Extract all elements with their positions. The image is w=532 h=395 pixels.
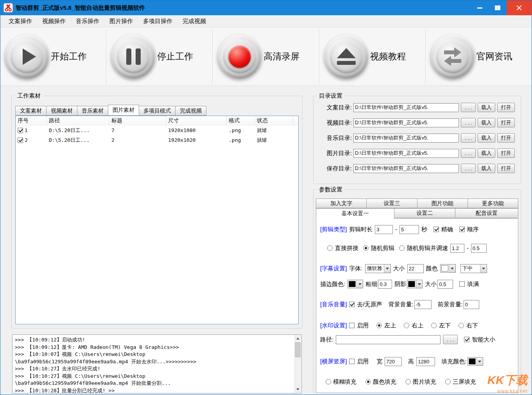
tab-text-material[interactable]: 文案素材 — [15, 106, 46, 116]
scroll-up-icon[interactable] — [295, 335, 301, 342]
stop-work-button[interactable]: 停止工作 — [107, 27, 212, 86]
browse-button[interactable]: . . . — [461, 118, 476, 127]
watermark-browse-button[interactable]: . . . — [443, 335, 458, 344]
col-size[interactable]: 尺寸 — [166, 116, 227, 125]
tab-more-functions[interactable]: 更多功能 — [468, 198, 518, 208]
font-color-select[interactable] — [440, 264, 456, 273]
open-button[interactable]: 打开 — [497, 133, 515, 143]
tab-image-functions[interactable]: 图片功能 — [417, 198, 468, 208]
tab-video-material[interactable]: 视频素材 — [46, 106, 77, 116]
fill-color-select[interactable] — [468, 357, 483, 366]
mute-checkbox[interactable] — [349, 302, 355, 307]
load-button[interactable]: 载入 — [478, 103, 495, 112]
random-clip-radio[interactable] — [363, 245, 369, 251]
menu-finished-video[interactable]: 完成视频 — [177, 16, 211, 27]
speed-min-input[interactable] — [450, 244, 464, 253]
minimize-button[interactable] — [471, 0, 489, 15]
direct-join-radio[interactable] — [327, 245, 333, 251]
shadow-color-select[interactable] — [407, 280, 423, 288]
open-button[interactable]: 打开 — [497, 118, 515, 127]
menu-multi-project-ops[interactable]: 多项目操作 — [138, 16, 177, 27]
wm-bottom-right-radio[interactable] — [459, 323, 464, 328]
clip-duration-min-input[interactable] — [375, 225, 393, 234]
tab-settings-three[interactable]: 设置三 — [366, 198, 417, 208]
open-button[interactable]: 打开 — [497, 148, 515, 158]
screen-width-input[interactable] — [385, 357, 402, 366]
browse-button[interactable]: . . . — [461, 103, 476, 112]
color-fill-radio[interactable] — [365, 379, 371, 384]
stroke-color-select[interactable] — [348, 280, 363, 288]
tab-add-text[interactable]: 加入文字 — [316, 198, 366, 208]
maximize-button[interactable] — [489, 0, 507, 15]
load-button[interactable]: 载入 — [478, 133, 495, 143]
wm-top-right-radio[interactable] — [404, 323, 409, 328]
speed-max-input[interactable] — [471, 244, 487, 253]
smart-size-checkbox[interactable] — [464, 337, 469, 342]
screen-height-input[interactable] — [416, 357, 435, 366]
shadow-size-input[interactable] — [437, 280, 453, 289]
record-screen-button[interactable]: 高清录屏 — [213, 27, 319, 86]
tab-music-material[interactable]: 音乐素材 — [77, 106, 108, 116]
watermark-path-input[interactable] — [336, 335, 441, 344]
clip-duration-max-input[interactable] — [399, 225, 419, 234]
image-directory-input[interactable] — [353, 149, 459, 158]
log-output[interactable]: >>> 【10:09:12】启动成功! >>> 【10:09:12】显卡: AM… — [12, 334, 302, 393]
music-directory-input[interactable] — [353, 134, 459, 143]
save-directory-input[interactable] — [353, 164, 459, 173]
col-index[interactable]: 序号 — [16, 116, 47, 125]
col-status[interactable]: 状态 — [255, 116, 293, 125]
watermark-enable-checkbox[interactable] — [349, 323, 355, 328]
text-directory-input[interactable] — [353, 103, 459, 112]
menu-image-ops[interactable]: 图片操作 — [104, 16, 138, 27]
image-fill-radio[interactable] — [405, 379, 411, 384]
log-scrollbar[interactable] — [294, 335, 301, 393]
screen-enable-checkbox[interactable] — [349, 359, 355, 364]
wm-bottom-left-radio[interactable] — [431, 323, 437, 328]
fill-checkbox[interactable] — [459, 281, 465, 287]
row-checkbox[interactable] — [18, 128, 23, 133]
table-row[interactable]: 1 D:\5.20日工... 7 1920x1080 .png 就绪 — [16, 125, 298, 135]
tab-image-material[interactable]: 图片素材 — [108, 105, 139, 116]
accurate-checkbox[interactable] — [433, 227, 439, 232]
blur-fill-radio[interactable] — [326, 379, 331, 384]
close-button[interactable] — [507, 0, 532, 15]
fg-volume-input[interactable] — [464, 300, 479, 309]
random-speed-radio[interactable] — [399, 245, 405, 251]
tab-basic-settings-one[interactable]: 基本设置一 — [316, 208, 394, 219]
load-button[interactable]: 载入 — [478, 164, 495, 173]
menu-video-ops[interactable]: 视频操作 — [37, 16, 71, 27]
tab-multi-project-mode[interactable]: 多项目模式 — [139, 106, 175, 116]
three-screen-fill-radio[interactable] — [445, 379, 451, 384]
fill-color-label: 填充颜色: — [441, 358, 466, 365]
table-row[interactable]: 2 D:\5.20日工... 2 1920x1020 .png 就绪 — [16, 135, 298, 145]
col-format[interactable]: 格式 — [227, 116, 255, 125]
col-path[interactable]: 路径 — [47, 116, 109, 125]
video-tutorial-button[interactable]: 视频教程 — [320, 27, 425, 86]
browse-button[interactable]: . . . — [461, 148, 476, 158]
open-button[interactable]: 打开 — [497, 164, 515, 173]
menu-music-ops[interactable]: 音乐操作 — [71, 16, 104, 27]
browse-button[interactable]: . . . — [461, 164, 476, 173]
bg-volume-input[interactable] — [414, 300, 432, 309]
load-button[interactable]: 载入 — [478, 118, 495, 127]
tab-voice-settings[interactable]: 配音设置 — [455, 208, 518, 218]
col-title[interactable]: 标题 — [109, 116, 166, 125]
menu-text-ops[interactable]: 文案操作 — [4, 16, 37, 27]
load-button[interactable]: 载入 — [478, 148, 495, 158]
start-work-button[interactable]: 开始工作 — [0, 27, 106, 86]
wm-top-left-radio[interactable] — [376, 323, 382, 328]
tab-settings-two[interactable]: 设置二 — [394, 208, 455, 218]
tab-finished-video[interactable]: 完成视频 — [175, 106, 206, 116]
font-size-input[interactable] — [407, 264, 424, 273]
scrollbar-thumb[interactable] — [295, 342, 301, 357]
website-news-button[interactable]: 官网资讯 — [426, 27, 532, 86]
scroll-down-icon[interactable] — [295, 386, 301, 393]
font-select[interactable]: 微软雅 — [365, 264, 391, 273]
subtitle-position-select[interactable]: 下中 — [460, 264, 487, 273]
browse-button[interactable]: . . . — [461, 133, 476, 143]
row-checkbox[interactable] — [18, 138, 23, 143]
sequence-checkbox[interactable] — [459, 227, 465, 232]
stroke-width-input[interactable] — [378, 280, 392, 289]
open-button[interactable]: 打开 — [497, 103, 515, 112]
video-directory-input[interactable] — [353, 118, 459, 127]
